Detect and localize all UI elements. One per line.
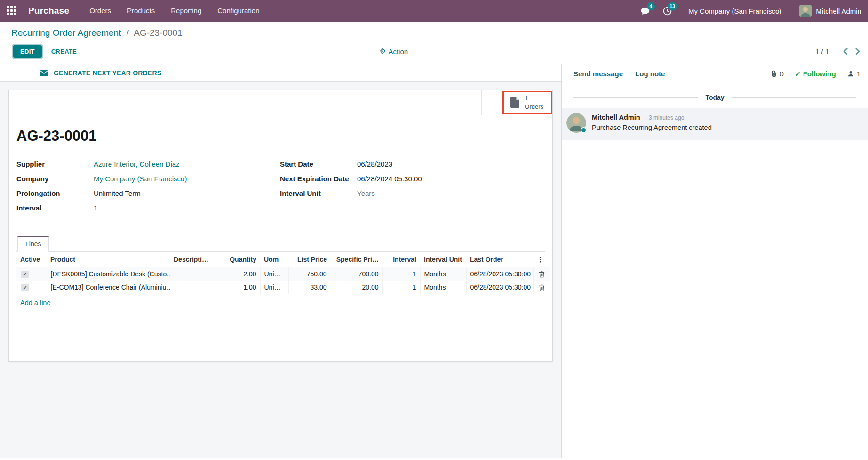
form-view-panel: GENERATE NEXT YEAR ORDERS 1 — [0, 64, 561, 458]
pager-value[interactable]: 1 / 1 — [815, 48, 829, 56]
col-list-price: List Price — [288, 252, 331, 267]
envelope-icon — [40, 70, 48, 76]
followers-button[interactable]: 1 — [847, 70, 860, 78]
cell-quantity: 1.00 — [218, 281, 260, 294]
trash-icon — [539, 284, 545, 291]
nav-menu-products[interactable]: Products — [119, 0, 163, 22]
company-value-link[interactable]: My Company (San Francisco) — [94, 174, 187, 183]
active-checkbox[interactable]: ✓ — [21, 271, 29, 278]
presence-dot — [581, 127, 587, 133]
message-body: Purchase Recurring Agreement created — [592, 124, 712, 131]
form-sheet: 1 Orders AG-23-0001 Supplier Azure Inter… — [8, 90, 553, 362]
create-button[interactable]: CREATE — [51, 48, 77, 55]
activities-badge: 13 — [668, 2, 677, 10]
breadcrumb-separator: / — [127, 28, 129, 38]
cell-interval: 1 — [382, 281, 420, 294]
delete-row-button[interactable] — [539, 271, 545, 278]
cell-uom: Uni… — [260, 281, 288, 294]
message-timestamp: - 3 minutes ago — [645, 114, 685, 121]
cell-interval: 1 — [382, 267, 420, 281]
chatter-panel: Send message Log note 0 ✓ Following — [561, 64, 868, 458]
company-switcher[interactable]: My Company (San Francisco) — [688, 7, 781, 15]
col-active: Active — [16, 252, 47, 267]
start-date-label: Start Date — [280, 160, 357, 169]
user-avatar — [799, 5, 812, 17]
col-interval: Interval — [382, 252, 420, 267]
attachments-button[interactable]: 0 — [771, 70, 784, 78]
chevron-left-icon — [843, 48, 848, 55]
form-background: 1 Orders AG-23-0001 Supplier Azure Inter… — [0, 82, 561, 458]
interval-unit-label: Interval Unit — [280, 189, 357, 198]
log-note-button[interactable]: Log note — [635, 70, 665, 78]
user-menu[interactable]: Mitchell Admin — [799, 5, 861, 17]
user-name: Mitchell Admin — [816, 7, 861, 15]
cell-product: [E-COM13] Conference Chair (Aluminiu… — [47, 281, 170, 294]
start-date-value: 06/28/2023 — [357, 160, 392, 169]
interval-value: 1 — [94, 203, 97, 212]
add-a-line-link[interactable]: Add a line — [16, 294, 545, 311]
app-title[interactable]: Purchase — [28, 6, 69, 16]
cell-description — [170, 267, 218, 281]
cell-specific-price: 20.00 — [331, 281, 382, 294]
breadcrumb-parent-link[interactable]: Recurring Order Agreement — [11, 28, 121, 38]
action-menu-button[interactable]: ⚙ Action — [380, 47, 408, 56]
breadcrumb-current: AG-23-0001 — [134, 28, 183, 38]
supplier-value-link[interactable]: Azure Interior, Colleen Diaz — [94, 160, 180, 169]
cell-specific-price: 700.00 — [331, 267, 382, 281]
next-expiration-date-label: Next Expiration Date — [280, 174, 357, 183]
date-divider: Today — [573, 94, 856, 101]
line-row-2[interactable]: ✓ [E-COM13] Conference Chair (Aluminiu… … — [16, 281, 550, 294]
stat-separator — [481, 90, 482, 115]
optional-columns-icon[interactable]: ⋮ — [533, 252, 550, 267]
record-title: AG-23-0001 — [16, 128, 545, 145]
interval-unit-value: Years — [357, 189, 375, 198]
check-icon: ✓ — [795, 70, 801, 78]
nav-menus: Orders Products Reporting Configuration — [81, 0, 267, 22]
next-expiration-date-value: 06/28/2024 05:30:00 — [357, 174, 422, 183]
attachments-count: 0 — [780, 70, 784, 78]
notebook-bottom-divider — [16, 311, 545, 337]
messages-icon[interactable]: 4 — [640, 6, 650, 16]
pager-next-button[interactable] — [854, 47, 861, 56]
apps-grid-icon[interactable] — [7, 6, 17, 16]
gear-icon: ⚙ — [380, 47, 386, 56]
statusbar: GENERATE NEXT YEAR ORDERS — [0, 64, 561, 82]
company-label: Company — [16, 174, 94, 183]
paperclip-icon — [771, 70, 778, 78]
generate-next-year-orders-button[interactable]: GENERATE NEXT YEAR ORDERS — [40, 69, 161, 77]
chevron-right-icon — [855, 48, 860, 55]
field-grid: Supplier Azure Interior, Colleen Diaz Co… — [16, 160, 545, 218]
cell-interval-unit: Months — [420, 267, 466, 281]
delete-row-button[interactable] — [539, 284, 545, 291]
col-quantity: Quantity — [218, 252, 260, 267]
action-label: Action — [388, 48, 408, 56]
activities-icon[interactable]: 13 — [662, 6, 672, 16]
line-row-1[interactable]: ✓ [DESK0005] Customizable Desk (Custo… 2… — [16, 267, 550, 281]
col-description: Descripti… — [170, 252, 218, 267]
messages-badge: 4 — [647, 2, 655, 10]
message-author: Mitchell Admin — [592, 113, 640, 121]
active-checkbox[interactable]: ✓ — [21, 284, 29, 291]
followers-count: 1 — [857, 70, 860, 78]
chatter-message[interactable]: Mitchell Admin - 3 minutes ago Purchase … — [562, 108, 868, 140]
nav-menu-orders[interactable]: Orders — [81, 0, 119, 22]
edit-button[interactable]: EDIT — [13, 45, 42, 58]
nav-menu-configuration[interactable]: Configuration — [209, 0, 267, 22]
following-button[interactable]: ✓ Following — [795, 70, 836, 78]
cell-description — [170, 281, 218, 294]
trash-icon — [539, 271, 545, 278]
lines-header-row: Active Product Descripti… Quantity Uom L… — [16, 252, 550, 267]
control-panel: Recurring Order Agreement / AG-23-0001 E… — [0, 22, 868, 64]
col-product: Product — [47, 252, 170, 267]
send-message-button[interactable]: Send message — [573, 70, 623, 78]
top-navbar: Purchase Orders Products Reporting Confi… — [0, 0, 868, 22]
orders-stat-button[interactable]: 1 Orders — [504, 92, 551, 113]
col-uom: Uom — [260, 252, 288, 267]
nav-menu-reporting[interactable]: Reporting — [163, 0, 209, 22]
supplier-label: Supplier — [16, 160, 94, 169]
pager-previous-button[interactable] — [842, 47, 849, 56]
interval-label: Interval — [16, 203, 94, 212]
orders-label: Orders — [525, 103, 543, 111]
cell-last-order: 06/28/2023 05:30:00 — [466, 267, 533, 281]
tab-lines[interactable]: Lines — [17, 236, 49, 252]
